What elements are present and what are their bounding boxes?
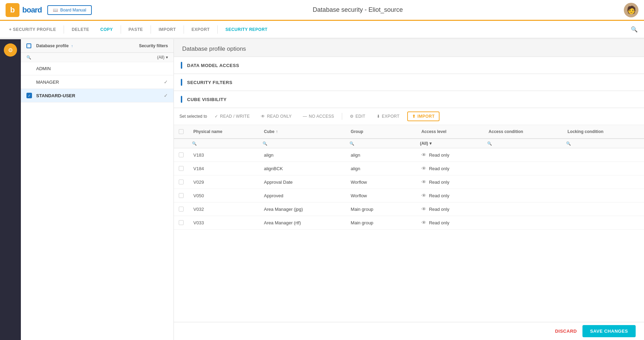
copy-button[interactable]: COPY [95, 25, 118, 34]
toolbar-separator-1 [64, 25, 64, 34]
export-button[interactable]: EXPORT [187, 25, 215, 34]
top-header: b board 📖 Board Manual Database security… [0, 0, 644, 21]
user-avatar[interactable]: 🧑 [624, 3, 638, 17]
board-wordmark: board [22, 6, 42, 15]
security-report-button[interactable]: SECURITY REPORT [220, 25, 272, 34]
toolbar-separator-3 [151, 25, 151, 34]
toolbar-separator-4 [184, 25, 184, 34]
import-button[interactable]: IMPORT [154, 25, 181, 34]
board-logo: b board [6, 3, 42, 17]
board-manual-button[interactable]: 📖 Board Manual [47, 5, 92, 15]
toolbar-search-icon[interactable]: 🔍 [629, 24, 640, 35]
delete-button[interactable]: DELETE [67, 25, 94, 34]
page-title: Database security - Eliot_source [92, 6, 624, 14]
toolbar-separator-5 [217, 25, 218, 34]
book-icon: 📖 [53, 8, 58, 13]
add-security-profile-button[interactable]: + SECURITY PROFILE [4, 25, 61, 34]
logo-b-icon: b [6, 3, 19, 17]
toolbar-separator-2 [121, 25, 121, 34]
paste-button[interactable]: PASTE [124, 25, 148, 34]
main-toolbar: + SECURITY PROFILE DELETE COPY PASTE IMP… [0, 21, 644, 38]
